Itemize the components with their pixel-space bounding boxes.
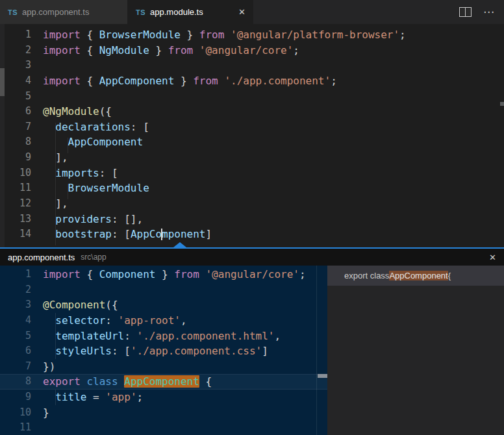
reference-item[interactable]: export class AppComponent { <box>327 266 504 286</box>
code-text: declarations: [ <box>43 119 149 135</box>
line-number: 3 <box>0 297 31 313</box>
code-text: export class AppComponent { <box>43 374 212 390</box>
line-number: 1 <box>0 27 31 43</box>
line-number: 12 <box>0 196 31 212</box>
code-line[interactable]: 3 <box>0 58 504 73</box>
reference-match-highlight: AppComponent <box>389 271 447 280</box>
code-lines: 1import { BrowserModule } from '@angular… <box>0 27 504 242</box>
code-line[interactable]: 8 AppComponent <box>0 134 504 150</box>
code-line[interactable]: 11 BrowserModule <box>0 180 504 196</box>
line-number: 11 <box>0 180 31 196</box>
code-line[interactable]: 4 selector: 'app-root', <box>0 313 327 329</box>
close-tab-icon[interactable]: ✕ <box>238 7 246 17</box>
line-number: 9 <box>0 150 31 166</box>
line-number: 2 <box>0 282 31 298</box>
editor-actions: ⋯ <box>459 0 504 24</box>
code-text: selector: 'app-root', <box>43 313 187 329</box>
code-text: bootstrap: [AppComponent] <box>43 227 212 242</box>
indent-guide <box>68 184 68 199</box>
code-line[interactable]: 10 imports: [ <box>0 166 504 181</box>
peek-definition-widget: app.component.ts src\app ✕ 1import { Com… <box>0 247 504 435</box>
peek-code-lines: 1import { Component } from '@angular/cor… <box>0 267 327 435</box>
code-line[interactable]: 3@Component({ <box>0 297 327 313</box>
code-line[interactable]: 7}) <box>0 359 327 375</box>
tab-app-module-ts[interactable]: TS app.module.ts ✕ <box>128 0 253 24</box>
code-text: }) <box>43 359 55 375</box>
peek-anchor-arrow-icon <box>173 242 186 247</box>
code-line[interactable]: 12 ], <box>0 196 504 212</box>
code-text: import { AppComponent } from './app.comp… <box>43 73 337 89</box>
indent-guide <box>55 390 56 405</box>
more-actions-icon[interactable]: ⋯ <box>483 9 495 16</box>
code-text: } <box>43 405 49 421</box>
peek-editor-app-component: 1import { Component } from '@angular/cor… <box>0 266 327 435</box>
code-text: AppComponent <box>43 134 143 150</box>
code-line[interactable]: 1import { BrowserModule } from '@angular… <box>0 27 504 43</box>
peek-file-name: app.component.ts <box>8 253 75 262</box>
editor-app-module: 1import { BrowserModule } from '@angular… <box>0 24 504 247</box>
code-line[interactable]: 10} <box>0 405 327 421</box>
line-number: 14 <box>0 227 31 242</box>
indent-guide <box>68 138 68 153</box>
line-number: 13 <box>0 212 31 227</box>
peek-scrollbar-lane[interactable] <box>316 266 317 435</box>
code-line[interactable]: 5 <box>0 89 504 105</box>
typescript-file-icon: TS <box>136 8 145 16</box>
code-text: providers: [], <box>43 212 143 227</box>
code-line[interactable]: 6@NgModule({ <box>0 104 504 119</box>
line-number: 8 <box>0 134 31 150</box>
line-number: 11 <box>0 420 31 435</box>
tab-app-component-ts[interactable]: TS app.component.ts <box>0 0 128 24</box>
overview-ruler-mark <box>500 102 504 106</box>
code-text: title = 'app'; <box>43 390 143 405</box>
line-number: 2 <box>0 43 31 58</box>
code-line[interactable]: 13 providers: [], <box>0 212 504 227</box>
tab-label: app.module.ts <box>150 7 203 17</box>
code-text: BrowserModule <box>43 180 149 196</box>
code-text: @Component({ <box>43 297 118 313</box>
code-line[interactable]: 2import { NgModule } from '@angular/core… <box>0 43 504 58</box>
code-text: import { BrowserModule } from '@angular/… <box>43 27 406 43</box>
code-text: imports: [ <box>43 166 118 181</box>
code-line[interactable]: 2 <box>0 282 327 298</box>
code-line[interactable]: 9 ], <box>0 150 504 166</box>
vscode-window: TS app.component.ts TS app.module.ts ✕ ⋯… <box>0 0 504 435</box>
code-line[interactable]: 14 bootstrap: [AppComponent] <box>0 227 504 242</box>
line-number: 6 <box>0 104 31 119</box>
code-line[interactable]: 4import { AppComponent } from './app.com… <box>0 73 504 89</box>
indent-guide <box>55 123 56 245</box>
peek-ruler-mark <box>318 374 327 378</box>
code-line[interactable]: 7 declarations: [ <box>0 119 504 135</box>
code-line[interactable]: 9 title = 'app'; <box>0 390 327 405</box>
code-text: templateUrl: './app.component.html', <box>43 329 281 344</box>
peek-body: 1import { Component } from '@angular/cor… <box>0 266 504 435</box>
line-number: 10 <box>0 166 31 181</box>
line-number: 7 <box>0 119 31 135</box>
peek-file-path: src\app <box>81 253 106 262</box>
line-number: 3 <box>0 58 31 73</box>
references-list: export class AppComponent { <box>327 266 504 435</box>
code-text: import { NgModule } from '@angular/core'… <box>43 43 299 58</box>
line-number: 8 <box>0 374 31 390</box>
code-line[interactable]: 11 <box>0 420 327 435</box>
code-text: styleUrls: ['./app.component.css'] <box>43 343 268 359</box>
code-line[interactable]: 1import { Component } from '@angular/cor… <box>0 267 327 282</box>
line-number: 5 <box>0 329 31 344</box>
line-number: 7 <box>0 359 31 375</box>
code-line[interactable]: 8export class AppComponent { <box>0 374 327 390</box>
typescript-file-icon: TS <box>8 8 18 16</box>
reference-text-pre: export class <box>344 271 389 280</box>
code-line[interactable]: 6 styleUrls: ['./app.component.css'] <box>0 343 327 359</box>
code-line[interactable]: 5 templateUrl: './app.component.html', <box>0 329 327 344</box>
tab-label: app.component.ts <box>22 7 89 17</box>
peek-close-icon[interactable]: ✕ <box>489 253 496 262</box>
peek-header: app.component.ts src\app ✕ <box>0 249 504 266</box>
line-number: 4 <box>0 313 31 329</box>
code-text: @NgModule({ <box>43 104 112 119</box>
line-number: 5 <box>0 89 31 105</box>
line-number: 6 <box>0 343 31 359</box>
tab-bar: TS app.component.ts TS app.module.ts ✕ ⋯ <box>0 0 504 24</box>
line-number: 9 <box>0 390 31 405</box>
line-number: 4 <box>0 73 31 89</box>
split-editor-icon[interactable] <box>459 7 472 17</box>
